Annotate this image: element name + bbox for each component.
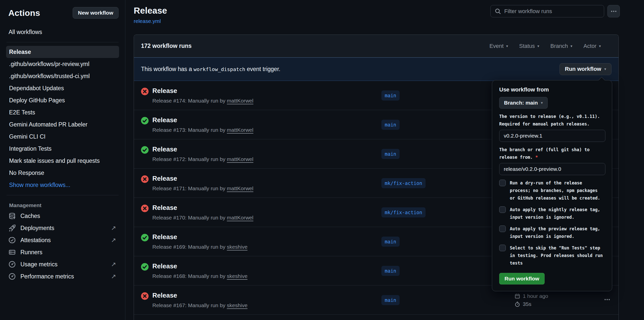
status-success-icon — [141, 146, 149, 154]
sidebar-item-performance-metrics[interactable]: Performance metrics ↗ — [0, 270, 125, 282]
sidebar-item-gemini-cli-ci[interactable]: Gemini CLI CI — [6, 131, 119, 143]
banner-text: This workflow has a workflow_dispatch ev… — [141, 66, 280, 73]
status-success-icon — [141, 117, 149, 124]
status-failure-icon — [141, 292, 149, 300]
actor-link[interactable]: mattKorwel — [227, 98, 253, 104]
required-asterisk: * — [535, 155, 538, 160]
sidebar-item-release[interactable]: Release — [6, 46, 119, 58]
actor-link[interactable]: mattKorwel — [227, 156, 253, 162]
calendar-icon — [514, 293, 520, 299]
run-workflow-submit-button[interactable]: Run workflow — [499, 273, 545, 284]
sidebar-item-pr-review[interactable]: .github/workflows/pr-review.yml — [6, 58, 119, 70]
run-title-link[interactable]: Release — [152, 233, 177, 241]
search-icon — [495, 8, 501, 15]
sidebar-item-attestations[interactable]: Attestations ↗ — [0, 234, 125, 246]
branch-badge[interactable]: main — [381, 90, 400, 101]
chevron-down-icon: ▾ — [541, 101, 543, 105]
preview-tag-checkbox[interactable] — [499, 226, 506, 232]
status-filter-dropdown[interactable]: Status▾ — [519, 43, 539, 49]
new-workflow-button[interactable]: New workflow — [73, 7, 119, 19]
run-options-kebab-button[interactable] — [602, 295, 612, 305]
ref-input[interactable] — [499, 163, 605, 175]
nightly-tag-checkbox-row: Auto apply the nightly release tag, inpu… — [499, 206, 605, 221]
run-title-link[interactable]: Release — [152, 145, 177, 153]
management-list: Caches Deployments ↗ Attestations ↗ Runn… — [0, 210, 125, 282]
sidebar-item-caches[interactable]: Caches — [0, 210, 125, 222]
skip-tests-checkbox-label[interactable]: Select to skip the "Run Tests" step in t… — [510, 244, 604, 267]
sidebar-item-gemini-pr-labeler[interactable]: Gemini Automated PR Labeler — [6, 118, 119, 131]
sidebar-item-no-response[interactable]: No Response — [6, 167, 119, 179]
dry-run-checkbox[interactable] — [499, 180, 506, 186]
nightly-tag-checkbox-label[interactable]: Auto apply the nightly release tag, inpu… — [510, 206, 604, 221]
status-failure-icon — [141, 205, 149, 212]
run-title-link[interactable]: Release — [152, 87, 177, 95]
event-filter-dropdown[interactable]: Event▾ — [489, 43, 508, 49]
filter-workflow-runs-input[interactable] — [504, 8, 600, 15]
dry-run-checkbox-label[interactable]: Run a dry-run of the release process; no… — [510, 179, 604, 202]
sidebar-divider — [7, 195, 119, 195]
branch-badge[interactable]: mk/fix-action — [381, 207, 426, 217]
sidebar-item-all-workflows[interactable]: All workflows — [6, 26, 119, 38]
actor-link[interactable]: skeshive — [227, 244, 247, 250]
meter-icon — [8, 261, 16, 268]
run-title-link[interactable]: Release — [152, 116, 177, 124]
chevron-down-icon: ▾ — [537, 44, 539, 48]
meter-icon — [8, 273, 16, 280]
kebab-horizontal-icon — [604, 296, 610, 303]
preview-tag-checkbox-row: Auto apply the preview release tag, inpu… — [499, 225, 605, 240]
sidebar-item-runners[interactable]: Runners — [0, 246, 125, 258]
actor-filter-dropdown[interactable]: Actor▾ — [583, 43, 601, 49]
run-description: Release #169: Manually run by skeshive — [152, 244, 247, 250]
chevron-down-icon: ▾ — [604, 67, 606, 71]
run-title-link[interactable]: Release — [152, 292, 177, 299]
run-description: Release #167: Manually run by skeshive — [152, 302, 247, 308]
sidebar-item-deploy-github-pages[interactable]: Deploy GitHub Pages — [6, 94, 119, 106]
branch-badge[interactable]: main — [381, 266, 400, 276]
run-description: Release #168: Manually run by skeshive — [152, 273, 247, 279]
actor-link[interactable]: mattKorwel — [227, 185, 253, 191]
run-title-link[interactable]: Release — [152, 204, 177, 212]
run-workflow-dropdown-button[interactable]: Run workflow ▾ — [559, 63, 611, 75]
run-title-link[interactable]: Release — [152, 175, 177, 182]
run-start-time: 1 hour ago — [514, 293, 548, 299]
actor-link[interactable]: mattKorwel — [227, 127, 253, 133]
sidebar-item-dependabot-updates[interactable]: Dependabot Updates — [6, 82, 119, 94]
branch-filter-dropdown[interactable]: Branch▾ — [550, 43, 572, 49]
version-input-description: The version to release (e.g., v0.1.11). … — [499, 113, 605, 128]
actor-link[interactable]: skeshive — [227, 302, 247, 308]
branch-badge[interactable]: main — [381, 120, 400, 130]
skip-tests-checkbox[interactable] — [499, 245, 506, 251]
sidebar-item-label: Deployments — [20, 225, 54, 232]
branch-badge[interactable]: main — [381, 295, 400, 305]
sidebar-item-mark-stale[interactable]: Mark stale issues and pull requests — [6, 155, 119, 167]
sidebar-item-deployments[interactable]: Deployments ↗ — [0, 222, 125, 234]
show-more-workflows-link[interactable]: Show more workflows... — [6, 179, 119, 191]
sidebar-item-integration-tests[interactable]: Integration Tests — [6, 143, 119, 155]
version-input[interactable] — [499, 130, 605, 142]
run-title-link[interactable]: Release — [152, 262, 177, 270]
filter-workflow-runs-box — [490, 5, 604, 17]
sidebar-item-usage-metrics[interactable]: Usage metrics ↗ — [0, 258, 125, 270]
actor-link[interactable]: mattKorwel — [227, 215, 253, 220]
status-failure-icon — [141, 175, 149, 183]
chevron-down-icon: ▾ — [506, 44, 508, 48]
workflow-dispatch-code: workflow_dispatch — [193, 66, 245, 72]
workflow-file-link[interactable]: release.yml — [134, 18, 161, 24]
workflow-options-kebab-button[interactable] — [607, 5, 620, 17]
branch-badge[interactable]: main — [381, 237, 400, 247]
branch-badge[interactable]: main — [381, 149, 400, 159]
external-link-icon: ↗ — [111, 261, 116, 268]
preview-tag-checkbox-label[interactable]: Auto apply the preview release tag, inpu… — [510, 225, 604, 240]
sidebar-item-trusted-ci[interactable]: .github/workflows/trusted-ci.yml — [6, 70, 119, 82]
chevron-down-icon: ▾ — [571, 44, 573, 48]
nightly-tag-checkbox[interactable] — [499, 206, 506, 213]
status-success-icon — [141, 234, 149, 241]
sidebar-item-e2e-tests[interactable]: E2E Tests — [6, 106, 119, 118]
stopwatch-icon — [514, 301, 520, 307]
page-title: Release — [134, 6, 167, 16]
branch-select-dropdown[interactable]: Branch: main ▾ — [499, 97, 548, 109]
management-heading: Management — [0, 199, 125, 210]
branch-badge[interactable]: mk/fix-action — [381, 178, 426, 188]
server-icon — [8, 248, 16, 256]
actor-link[interactable]: skeshive — [227, 273, 247, 279]
